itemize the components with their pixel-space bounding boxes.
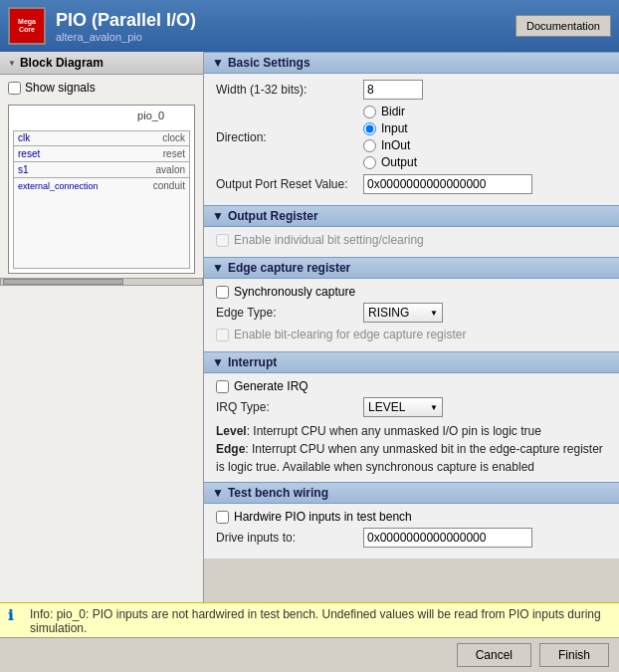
interrupt-collapse-icon: ▼ bbox=[212, 355, 224, 369]
level-bold: Level bbox=[216, 424, 247, 438]
output-reset-row: Output Port Reset Value: bbox=[216, 174, 607, 194]
diagram-inner: clk clock reset reset s1 avalon bbox=[13, 130, 190, 269]
radio-bidir[interactable] bbox=[363, 106, 376, 118]
documentation-button[interactable]: Documentation bbox=[516, 15, 611, 37]
drive-inputs-input[interactable] bbox=[363, 528, 532, 548]
sync-capture-label: Synchronously capture bbox=[234, 285, 355, 299]
irq-type-dropdown[interactable]: LEVEL ▼ bbox=[363, 397, 443, 417]
sync-capture-row: Synchronously capture bbox=[216, 285, 607, 299]
port-type-clk: clock bbox=[162, 132, 185, 143]
sync-capture-checkbox[interactable] bbox=[216, 286, 229, 299]
width-input[interactable] bbox=[363, 80, 423, 100]
info-message: Info: pio_0: PIO inputs are not hardwire… bbox=[30, 607, 611, 635]
output-register-collapse-icon: ▼ bbox=[212, 209, 224, 223]
port-type-s1: avalon bbox=[156, 164, 185, 175]
radio-output-row: Output bbox=[363, 155, 417, 169]
port-name-s1: s1 bbox=[18, 164, 152, 175]
window-subtitle: altera_avalon_pio bbox=[56, 31, 506, 43]
sidebar-scrollbar[interactable] bbox=[0, 278, 203, 286]
edge-capture-content: Synchronously capture Edge Type: RISING … bbox=[204, 279, 619, 351]
drive-inputs-label: Drive inputs to: bbox=[216, 531, 355, 545]
radio-input-row: Input bbox=[363, 121, 417, 135]
radio-bidir-row: Bidir bbox=[363, 105, 417, 118]
bottom-bar: Cancel Finish bbox=[0, 637, 619, 672]
interrupt-title: Interrupt bbox=[228, 355, 277, 369]
generate-irq-label: Generate IRQ bbox=[234, 379, 309, 393]
logo: MegaCore bbox=[8, 7, 46, 45]
bit-clear-row: Enable bit-clearing for edge capture reg… bbox=[216, 328, 607, 341]
hardwire-checkbox[interactable] bbox=[216, 511, 229, 524]
edge-capture-collapse-icon: ▼ bbox=[212, 261, 224, 275]
radio-input-label: Input bbox=[381, 121, 408, 135]
title-bar: MegaCore PIO (Parallel I/O) altera_avalo… bbox=[0, 0, 619, 52]
diagram-box: pio_0 clk clock reset reset s1 avalon bbox=[8, 105, 195, 274]
cancel-button[interactable]: Cancel bbox=[457, 643, 531, 667]
enable-bit-row: Enable individual bit setting/clearing bbox=[216, 233, 607, 247]
radio-output[interactable] bbox=[363, 156, 376, 169]
level-desc: : Interrupt CPU when any unmasked I/O pi… bbox=[247, 424, 541, 438]
port-row-external: external_connection conduit bbox=[14, 179, 189, 192]
irq-type-value: LEVEL bbox=[368, 400, 405, 414]
interrupt-header: ▼ Interrupt bbox=[204, 351, 619, 373]
drive-inputs-row: Drive inputs to: bbox=[216, 528, 607, 548]
enable-bit-checkbox bbox=[216, 234, 229, 247]
radio-input[interactable] bbox=[363, 122, 376, 135]
output-reset-label: Output Port Reset Value: bbox=[216, 177, 355, 191]
port-row-s1: s1 avalon bbox=[14, 163, 189, 176]
finish-button[interactable]: Finish bbox=[539, 643, 609, 667]
port-type-external: conduit bbox=[153, 180, 185, 191]
info-bar: ℹ Info: pio_0: PIO inputs are not hardwi… bbox=[0, 602, 619, 637]
bit-clear-label: Enable bit-clearing for edge capture reg… bbox=[234, 328, 466, 341]
test-bench-section: ▼ Test bench wiring Hardwire PIO inputs … bbox=[204, 482, 619, 559]
output-register-header: ▼ Output Register bbox=[204, 205, 619, 227]
irq-type-row: IRQ Type: LEVEL ▼ bbox=[216, 397, 607, 417]
edge-capture-header: ▼ Edge capture register bbox=[204, 257, 619, 279]
radio-output-label: Output bbox=[381, 155, 417, 169]
port-row-clk: clk clock bbox=[14, 131, 189, 144]
hardwire-label: Hardwire PIO inputs in test bench bbox=[234, 510, 412, 524]
port-row-reset: reset reset bbox=[14, 147, 189, 160]
output-register-section: ▼ Output Register Enable individual bit … bbox=[204, 205, 619, 257]
edge-type-dropdown[interactable]: RISING ▼ bbox=[363, 303, 443, 323]
output-reset-input[interactable] bbox=[363, 174, 532, 194]
direction-label: Direction: bbox=[216, 130, 355, 144]
edge-type-value: RISING bbox=[368, 306, 409, 320]
radio-inout-row: InOut bbox=[363, 138, 417, 152]
port-name-external: external_connection bbox=[18, 181, 149, 191]
test-bench-title: Test bench wiring bbox=[228, 486, 328, 500]
output-register-content: Enable individual bit setting/clearing bbox=[204, 227, 619, 257]
interrupt-description: Level: Interrupt CPU when any unmasked I… bbox=[216, 422, 607, 476]
diagram-component-label: pio_0 bbox=[137, 110, 164, 121]
basic-settings-section: ▼ Basic Settings Width (1-32 bits): Dire… bbox=[204, 52, 619, 205]
test-bench-header: ▼ Test bench wiring bbox=[204, 482, 619, 504]
window-title: PIO (Parallel I/O) bbox=[56, 10, 506, 31]
sidebar-title: ▼ Block Diagram bbox=[0, 52, 203, 75]
edge-capture-section: ▼ Edge capture register Synchronously ca… bbox=[204, 257, 619, 351]
width-label: Width (1-32 bits): bbox=[216, 83, 355, 97]
basic-settings-collapse-icon: ▼ bbox=[212, 56, 224, 70]
title-text-group: PIO (Parallel I/O) altera_avalon_pio bbox=[56, 10, 506, 43]
interrupt-content: Generate IRQ IRQ Type: LEVEL ▼ Level: In… bbox=[204, 373, 619, 482]
edge-bold: Edge bbox=[216, 442, 245, 456]
radio-inout-label: InOut bbox=[381, 138, 410, 152]
show-signals-label: Show signals bbox=[25, 81, 96, 95]
test-bench-collapse-icon: ▼ bbox=[212, 486, 224, 500]
generate-irq-checkbox[interactable] bbox=[216, 380, 229, 393]
edge-type-dropdown-arrow: ▼ bbox=[430, 309, 438, 318]
basic-settings-header: ▼ Basic Settings bbox=[204, 52, 619, 74]
info-icon: ℹ bbox=[8, 607, 24, 623]
width-row: Width (1-32 bits): bbox=[216, 80, 607, 100]
interrupt-section: ▼ Interrupt Generate IRQ IRQ Type: LEVEL… bbox=[204, 351, 619, 482]
radio-inout[interactable] bbox=[363, 139, 376, 152]
sidebar-title-label: Block Diagram bbox=[20, 56, 103, 70]
irq-type-dropdown-arrow: ▼ bbox=[430, 403, 438, 412]
basic-settings-title: Basic Settings bbox=[228, 56, 310, 70]
show-signals-checkbox[interactable] bbox=[8, 82, 21, 95]
bit-clear-checkbox bbox=[216, 329, 229, 341]
generate-irq-row: Generate IRQ bbox=[216, 379, 607, 393]
sidebar: ▼ Block Diagram Show signals pio_0 clk c… bbox=[0, 52, 204, 602]
edge-type-label: Edge Type: bbox=[216, 306, 355, 320]
enable-bit-label: Enable individual bit setting/clearing bbox=[234, 233, 424, 247]
collapse-icon: ▼ bbox=[8, 59, 16, 68]
direction-row: Direction: Bidir Input bbox=[216, 105, 607, 169]
